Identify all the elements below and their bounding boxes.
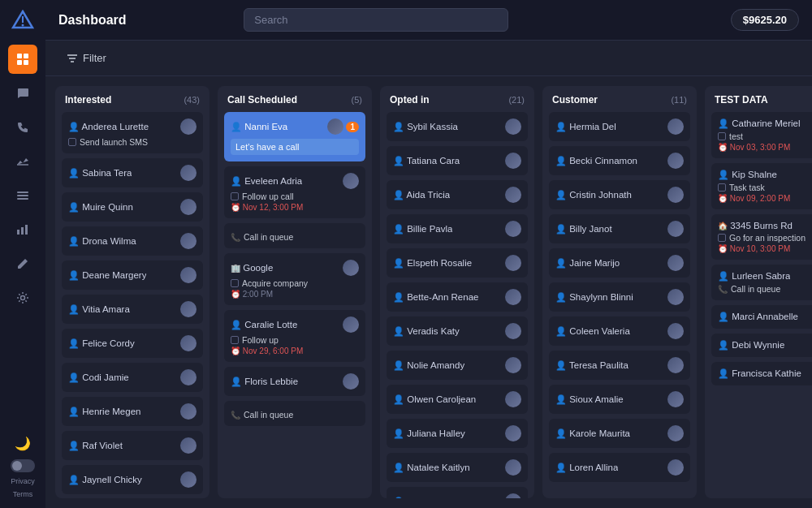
svg-rect-5 xyxy=(17,60,22,65)
column-opted-in-header: Opted in (21) xyxy=(380,86,534,112)
list-item[interactable]: 👤 Loren Allina xyxy=(549,453,690,482)
sidebar-icon-grid[interactable] xyxy=(8,45,37,74)
list-item[interactable]: 👤 Shaylynn Blinni xyxy=(549,282,690,312)
list-item[interactable]: 👤 Nanni Eva 1 Let's have a call xyxy=(224,112,365,161)
list-item[interactable]: 👤 Raf Violet xyxy=(62,431,203,460)
list-item[interactable]: 👤 Codi Jamie xyxy=(62,363,203,392)
list-item[interactable]: 👤 Tatiana Cara xyxy=(387,146,528,175)
search-input[interactable] xyxy=(244,8,508,32)
list-item[interactable]: 👤 Anderea Lurette Send launch SMS xyxy=(62,112,203,153)
list-item[interactable]: 👤 Veradis Katy xyxy=(387,316,528,346)
list-item[interactable]: 👤 Debi Wynnie xyxy=(711,334,812,357)
list-item[interactable]: 👤 Floris Lebbie xyxy=(224,367,365,396)
list-item[interactable]: 👤 Deane Margery xyxy=(62,260,203,290)
logo[interactable] xyxy=(11,10,34,36)
list-item[interactable]: 👤 Drona Wilma xyxy=(62,226,203,256)
theme-toggle-icon[interactable]: 🌙 xyxy=(11,433,34,454)
sidebar: 🌙 Privacy Terms xyxy=(0,0,45,508)
filter-icon xyxy=(67,53,78,64)
column-test-data: TEST DATA 👤 Catharine Meriel test ⏰ Nov … xyxy=(705,86,812,498)
sidebar-icon-edit[interactable] xyxy=(8,249,37,278)
list-item[interactable]: 👤 Catharine Meriel test ⏰ Nov 03, 3:00 P… xyxy=(711,112,812,158)
column-call-scheduled: Call Scheduled (5) 👤 Nanni Eva 1 Let's h… xyxy=(218,86,372,498)
column-customer-count: (11) xyxy=(671,95,687,105)
list-item[interactable]: 👤 Henrie Megen xyxy=(62,397,203,426)
main-content: Dashboard $9625.20 Filter Interested (43… xyxy=(45,0,812,508)
list-item[interactable]: 👤 Hermia Del xyxy=(549,112,690,141)
list-item[interactable]: 👤 Viviana Halette xyxy=(387,487,528,498)
list-item[interactable]: 👤 Bette-Ann Renae xyxy=(387,282,528,312)
list-item[interactable]: 👤 Francisca Kathie xyxy=(711,362,812,385)
column-interested-body: 👤 Anderea Lurette Send launch SMS 👤 Sabi… xyxy=(55,112,209,498)
column-test-data-title: TEST DATA xyxy=(715,94,768,105)
list-item[interactable]: 👤 Teresa Paulita xyxy=(549,351,690,380)
list-item[interactable]: 👤 Karole Maurita xyxy=(549,419,690,448)
column-interested: Interested (43) 👤 Anderea Lurette Send l… xyxy=(55,86,209,498)
kanban-board: Interested (43) 👤 Anderea Lurette Send l… xyxy=(45,76,812,508)
list-item[interactable]: 📞 Call in queue xyxy=(224,223,365,248)
header: Dashboard $9625.20 xyxy=(45,0,812,41)
sidebar-icon-settings[interactable] xyxy=(8,283,37,312)
svg-rect-11 xyxy=(21,227,24,235)
list-item[interactable]: 👤 Jaynell Chicky xyxy=(62,465,203,494)
column-customer-body: 👤 Hermia Del 👤 Becki Cinnamon 👤 Cristin … xyxy=(542,112,697,498)
privacy-label: Privacy xyxy=(11,477,35,485)
page-title: Dashboard xyxy=(58,13,127,28)
list-item[interactable]: 👤 Aida Tricia xyxy=(387,180,528,209)
terms-label: Terms xyxy=(13,490,33,498)
svg-rect-10 xyxy=(17,230,19,235)
sidebar-icon-chart[interactable] xyxy=(8,215,37,244)
svg-rect-8 xyxy=(17,195,28,196)
list-item[interactable]: 👤 Coleen Valeria xyxy=(549,316,690,346)
svg-rect-6 xyxy=(24,60,28,65)
sidebar-icon-phone[interactable] xyxy=(8,113,37,142)
svg-point-13 xyxy=(21,296,25,300)
svg-rect-7 xyxy=(17,192,28,193)
svg-rect-12 xyxy=(25,225,28,235)
list-item[interactable]: 📞 Call in queue xyxy=(224,401,365,426)
list-item[interactable]: 👤 Vitia Amara xyxy=(62,295,203,324)
list-item[interactable]: 👤 Billy Janot xyxy=(549,214,690,243)
list-item[interactable]: 👤 Becki Cinnamon xyxy=(549,146,690,175)
list-item[interactable]: 👤 Sybil Kassia xyxy=(387,112,528,141)
column-customer-header: Customer (11) xyxy=(542,86,697,112)
column-interested-header: Interested (43) xyxy=(55,86,209,112)
svg-rect-9 xyxy=(17,198,28,200)
list-item[interactable]: 👤 Lurleen Sabra 📞 Call in queue xyxy=(711,265,812,300)
list-item[interactable]: 🏠 3345 Burns Rd Go for an inspection ⏰ N… xyxy=(711,214,812,260)
list-item[interactable]: 👤 Juliana Halley xyxy=(387,419,528,448)
list-item[interactable]: 👤 Olwen Caroljean xyxy=(387,385,528,414)
column-opted-in: Opted in (21) 👤 Sybil Kassia 👤 Tatiana C… xyxy=(380,86,534,498)
sidebar-icon-list[interactable] xyxy=(8,181,37,210)
list-item[interactable]: 👤 Elspeth Rosalie xyxy=(387,248,528,278)
column-interested-title: Interested xyxy=(65,94,111,105)
list-item[interactable]: 👤 Muire Quinn xyxy=(62,192,203,222)
list-item[interactable]: 👤 Billie Pavla xyxy=(387,214,528,243)
filter-button[interactable]: Filter xyxy=(58,48,114,68)
balance-badge: $9625.20 xyxy=(731,9,799,31)
column-opted-in-body: 👤 Sybil Kassia 👤 Tatiana Cara 👤 Aida Tri… xyxy=(380,112,534,498)
list-item[interactable]: 👤 Natalee Kaitlyn xyxy=(387,453,528,482)
column-call-scheduled-title: Call Scheduled xyxy=(227,94,297,105)
list-item[interactable]: 👤 Sabina Tera xyxy=(62,158,203,187)
list-item[interactable]: 👤 Sioux Amalie xyxy=(549,385,690,414)
sidebar-icon-chat[interactable] xyxy=(8,79,37,108)
filter-bar: Filter xyxy=(45,41,812,76)
filter-label: Filter xyxy=(83,52,106,64)
list-item[interactable]: 👤 Jaine Marijo xyxy=(549,248,690,278)
list-item[interactable]: 👤 Marci Annabelle xyxy=(711,305,812,329)
list-item[interactable]: 🏢 Google Acquire company ⏰ 2:00 PM xyxy=(224,253,365,305)
list-item[interactable]: 👤 Cristin Johnath xyxy=(549,180,690,209)
list-item[interactable]: 👤 Nolie Amandy xyxy=(387,351,528,380)
sidebar-icon-analytics[interactable] xyxy=(8,147,37,176)
list-item[interactable]: 👤 Eveleen Adria Follow up call ⏰ Nov 12,… xyxy=(224,166,365,218)
column-opted-in-count: (21) xyxy=(508,95,525,105)
list-item[interactable]: 👤 Caralie Lotte Follow up ⏰ Nov 29, 6:00… xyxy=(224,310,365,362)
column-call-scheduled-count: (5) xyxy=(352,95,362,105)
list-item[interactable]: 👤 Felice Cordy xyxy=(62,329,203,358)
svg-rect-3 xyxy=(17,54,22,58)
column-customer: Customer (11) 👤 Hermia Del 👤 Becki Cinna… xyxy=(542,86,697,498)
toggle-switch[interactable] xyxy=(11,459,35,472)
column-test-data-header: TEST DATA xyxy=(705,86,812,112)
list-item[interactable]: 👤 Kip Shalne Task task ⏰ Nov 09, 2:00 PM xyxy=(711,163,812,209)
